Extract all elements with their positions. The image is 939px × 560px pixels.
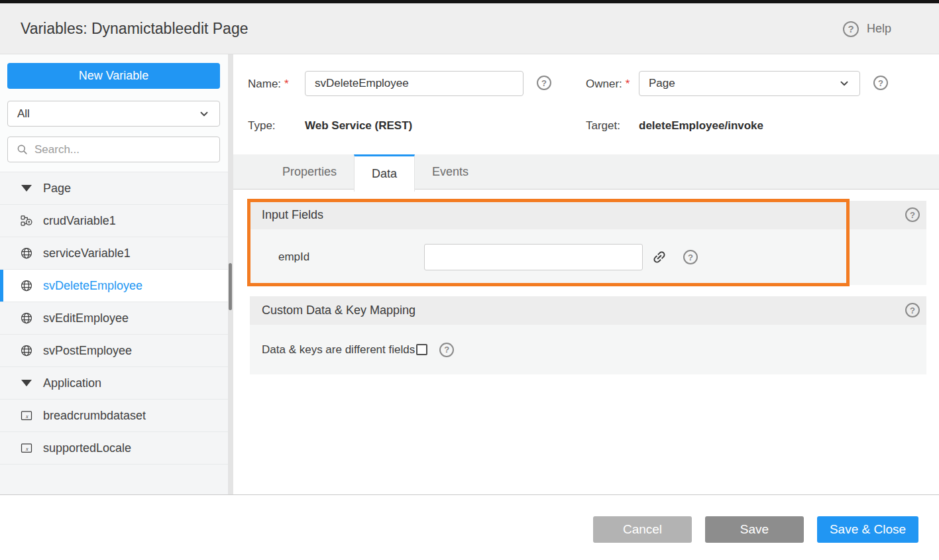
globe-icon [20, 344, 33, 357]
tab-events[interactable]: Events [415, 154, 486, 189]
sidebar-item-sveditemployee[interactable]: svEditEmployee [0, 302, 228, 335]
owner-help-icon[interactable] [873, 76, 888, 90]
help-label: Help [867, 22, 891, 36]
owner-selected-value: Page [649, 77, 675, 90]
owner-label: Owner:* [586, 78, 630, 91]
sidebar-item-servicevariable1[interactable]: serviceVariable1 [0, 237, 228, 270]
collapse-triangle-icon [20, 376, 33, 390]
crud-variable-icon [20, 214, 33, 227]
help-icon [843, 21, 859, 37]
input-fields-header: Input Fields [250, 201, 926, 229]
sidebar-scrollbar[interactable] [228, 54, 233, 494]
custom-mapping-header: Custom Data & Key Mapping [250, 296, 926, 325]
chevron-down-icon [838, 78, 850, 89]
input-fields-body: empId [250, 229, 926, 285]
svg-text:x: x [25, 414, 28, 420]
variables-sidebar: New Variable All Page crudVariable1 [0, 54, 228, 494]
dialog-header: Variables: Dynamictableedit Page Help [0, 3, 939, 54]
tab-bar: Properties Data Events [233, 154, 939, 190]
filter-selected-value: All [17, 107, 30, 121]
new-variable-button[interactable]: New Variable [7, 63, 220, 89]
different-fields-label: Data & keys are different fields [262, 343, 415, 357]
type-label: Type: [248, 119, 276, 133]
sidebar-item-svdeleteemployee[interactable]: svDeleteEmployee [0, 270, 228, 302]
variable-detail-panel: Name:* Owner:* Page Type: Web Service (R… [233, 54, 939, 494]
variable-search[interactable] [7, 137, 220, 162]
empid-label: empId [278, 251, 309, 264]
variable-label: crudVariable1 [43, 214, 116, 228]
variable-filter-select[interactable]: All [7, 101, 220, 127]
custom-mapping-section: Custom Data & Key Mapping Data & keys ar… [250, 296, 926, 374]
bind-link-icon[interactable] [651, 249, 667, 265]
different-fields-checkbox[interactable] [416, 344, 427, 355]
name-label: Name:* [248, 78, 289, 91]
page-title: Variables: Dynamictableedit Page [21, 3, 248, 54]
group-label: Application [43, 376, 101, 390]
target-value: deleteEmployee/invoke [639, 119, 763, 133]
custom-mapping-body: Data & keys are different fields [250, 325, 926, 374]
required-asterisk: * [284, 78, 289, 90]
variable-list: Page crudVariable1 serviceVariable1 [0, 172, 228, 494]
group-label: Page [43, 182, 71, 196]
different-fields-help-icon[interactable] [439, 343, 454, 357]
variable-label: svEditEmployee [43, 311, 129, 325]
empid-help-icon[interactable] [683, 250, 698, 264]
static-variable-icon: x [20, 409, 33, 422]
sidebar-item-svpostemployee[interactable]: svPostEmployee [0, 335, 228, 367]
name-help-icon[interactable] [537, 76, 551, 90]
sidebar-group-page[interactable]: Page [0, 172, 228, 205]
variable-label: supportedLocale [43, 441, 131, 455]
custom-mapping-help-icon[interactable] [905, 303, 920, 317]
svg-text:x: x [25, 446, 28, 452]
globe-icon [20, 279, 33, 292]
name-input[interactable] [305, 71, 524, 96]
variable-label: svDeleteEmployee [43, 279, 142, 293]
help-button[interactable]: Help [843, 3, 891, 54]
globe-icon [20, 247, 33, 260]
section-title: Custom Data & Key Mapping [262, 304, 415, 317]
tab-properties[interactable]: Properties [265, 154, 354, 189]
target-label: Target: [586, 119, 620, 133]
save-button[interactable]: Save [705, 516, 804, 543]
globe-icon [20, 311, 33, 325]
required-asterisk: * [626, 78, 630, 90]
variable-label: breadcrumbdataset [43, 409, 146, 423]
sidebar-group-application[interactable]: Application [0, 367, 228, 400]
input-fields-section: Input Fields empId [250, 201, 926, 285]
section-title: Input Fields [262, 208, 323, 222]
collapse-triangle-icon [20, 182, 33, 195]
input-fields-help-icon[interactable] [905, 207, 920, 222]
dialog-footer: Cancel Save Save & Close [0, 494, 939, 560]
variable-label: serviceVariable1 [43, 247, 131, 260]
search-input[interactable] [34, 143, 211, 156]
chevron-down-icon [198, 108, 210, 120]
sidebar-item-crudvariable1[interactable]: crudVariable1 [0, 205, 228, 237]
search-icon [16, 143, 28, 156]
type-value: Web Service (REST) [305, 119, 412, 133]
static-variable-icon: x [20, 441, 33, 455]
cancel-button[interactable]: Cancel [593, 516, 692, 543]
empid-input[interactable] [424, 244, 643, 270]
variable-label: svPostEmployee [43, 344, 132, 358]
scrollbar-thumb[interactable] [229, 263, 232, 310]
sidebar-item-breadcrumbdataset[interactable]: x breadcrumbdataset [0, 400, 228, 432]
owner-select[interactable]: Page [639, 71, 860, 96]
sidebar-item-supportedlocale[interactable]: x supportedLocale [0, 432, 228, 465]
tab-data[interactable]: Data [354, 154, 415, 192]
save-and-close-button[interactable]: Save & Close [817, 516, 918, 543]
